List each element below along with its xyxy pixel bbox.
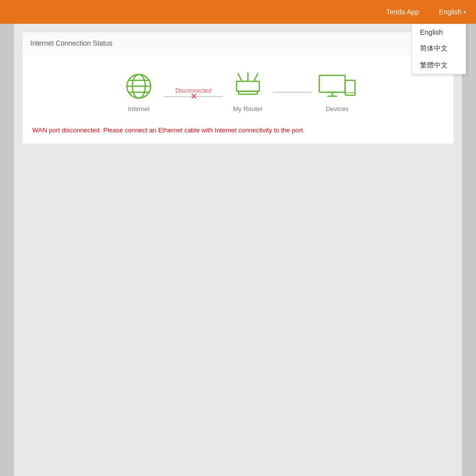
chevron-down-icon: ▾ (464, 9, 466, 15)
svg-rect-10 (319, 75, 345, 92)
tenda-app-link[interactable]: Tenda App (386, 8, 419, 16)
devices-icon (317, 71, 357, 101)
lang-option-traditional-chinese[interactable]: 繁體中文 (412, 57, 466, 74)
connection-line: Disconnected ✕ (164, 87, 223, 97)
lang-option-simplified-chinese[interactable]: 简体中文 (412, 40, 466, 57)
header: Tenda App English ▾ English 简体中文 繁體中文 (0, 0, 476, 24)
main-content: Internet Connection Status (14, 24, 462, 476)
language-selector[interactable]: English ▾ (439, 8, 466, 16)
connection-line-bar: ✕ (164, 96, 223, 97)
language-dropdown: English 简体中文 繁體中文 (412, 24, 466, 74)
internet-item: Internet (114, 71, 164, 113)
error-message: WAN port disconnected. Please connect an… (30, 122, 446, 136)
card-body: Internet Disconnected ✕ (22, 55, 454, 144)
left-sidebar (0, 24, 14, 476)
internet-label: Internet (128, 105, 150, 113)
card-title: Internet Connection Status (22, 32, 454, 55)
globe-icon (124, 71, 154, 101)
main-wrapper: Internet Connection Status (0, 24, 476, 476)
router-icon (231, 71, 265, 101)
status-card: Internet Connection Status (22, 32, 454, 144)
right-connection-line (273, 92, 312, 93)
svg-rect-8 (237, 81, 259, 91)
router-item: My Router (223, 71, 273, 113)
svg-line-5 (238, 73, 241, 80)
connection-diagram: Internet Disconnected ✕ (30, 66, 446, 122)
svg-line-7 (254, 73, 258, 80)
devices-item: Devices (312, 71, 362, 113)
router-label: My Router (233, 105, 263, 113)
disconnected-x-icon: ✕ (190, 92, 197, 101)
lang-option-english[interactable]: English (412, 24, 466, 40)
svg-rect-9 (238, 91, 257, 94)
language-label: English (439, 8, 462, 16)
devices-label: Devices (326, 105, 349, 113)
right-sidebar (462, 24, 476, 476)
